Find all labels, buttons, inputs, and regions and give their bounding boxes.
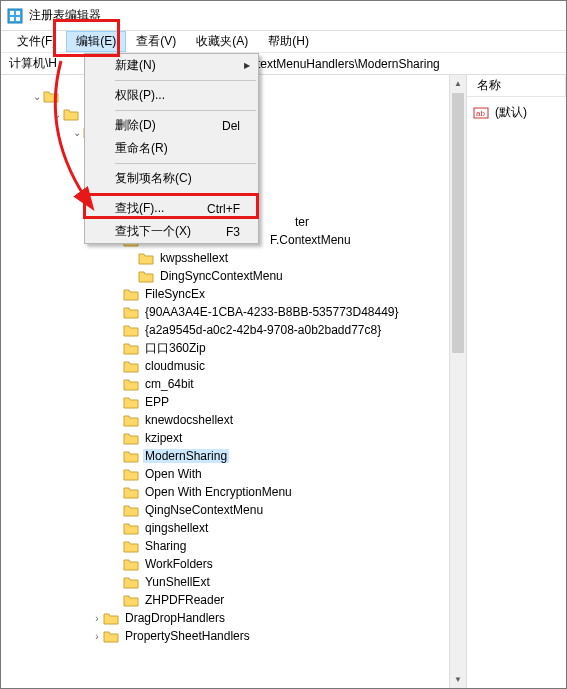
values-body[interactable]: ab (默认) [467, 97, 566, 688]
tree-node[interactable]: kwpsshellext [11, 249, 466, 267]
values-pane: 名称 ab (默认) [467, 75, 566, 688]
tree-label: {a2a9545d-a0c2-42b4-9708-a0b2badd77c8} [143, 323, 383, 337]
tree-label: EPP [143, 395, 171, 409]
scroll-down-icon[interactable]: ▼ [450, 671, 466, 688]
tree-node[interactable]: YunShellExt [11, 573, 466, 591]
tree-node[interactable]: knewdocshellext [11, 411, 466, 429]
menu-item-new-label: 新建(N) [115, 57, 240, 74]
tree-label: PropertySheetHandlers [123, 629, 252, 643]
folder-icon [103, 611, 119, 625]
expand-icon[interactable]: ⌄ [31, 91, 43, 102]
menu-item-find[interactable]: 查找(F)... Ctrl+F [85, 197, 258, 220]
tree-label: cloudmusic [143, 359, 207, 373]
address-path-tail: textMenuHandlers\ModernSharing [257, 57, 440, 71]
menu-item-find-next-label: 查找下一个(X) [115, 223, 226, 240]
tree-scrollbar[interactable]: ▲ ▼ [449, 75, 466, 688]
folder-icon [123, 521, 139, 535]
window-title: 注册表编辑器 [29, 7, 101, 24]
menu-item-rename[interactable]: 重命名(R) [85, 137, 258, 160]
menu-file[interactable]: 文件(F) [7, 31, 66, 52]
folder-icon [123, 557, 139, 571]
svg-rect-1 [10, 11, 14, 15]
tree-label: WorkFolders [143, 557, 215, 571]
tree-label: FileSyncEx [143, 287, 207, 301]
menu-edit[interactable]: 编辑(E) [66, 31, 126, 52]
edit-menu-dropdown: 新建(N) 权限(P)... 删除(D) Del 重命名(R) 复制项名称(C)… [84, 53, 259, 244]
tree-label: QingNseContextMenu [143, 503, 265, 517]
tree-node[interactable]: {a2a9545d-a0c2-42b4-9708-a0b2badd77c8} [11, 321, 466, 339]
address-prefix: 计算机\H [9, 55, 57, 72]
scroll-up-icon[interactable]: ▲ [450, 75, 466, 92]
tree-node[interactable]: cm_64bit [11, 375, 466, 393]
menu-item-copy-key-name[interactable]: 复制项名称(C) [85, 167, 258, 190]
menu-item-find-label: 查找(F)... [115, 200, 207, 217]
folder-icon [123, 323, 139, 337]
tree-node[interactable]: ZHPDFReader [11, 591, 466, 609]
tree-node[interactable]: DingSyncContextMenu [11, 267, 466, 285]
menu-item-find-shortcut: Ctrl+F [207, 202, 240, 216]
tree-label: ter [293, 215, 311, 229]
tree-node[interactable]: FileSyncEx [11, 285, 466, 303]
menu-item-new[interactable]: 新建(N) [85, 54, 258, 77]
folder-icon [123, 467, 139, 481]
menu-separator [115, 163, 256, 164]
folder-icon [138, 251, 154, 265]
tree-node[interactable]: Sharing [11, 537, 466, 555]
tree-node-selected[interactable]: ModernSharing [11, 447, 466, 465]
tree-node[interactable]: cloudmusic [11, 357, 466, 375]
folder-icon [123, 593, 139, 607]
column-name[interactable]: 名称 [467, 74, 566, 97]
tree-node[interactable]: ›DragDropHandlers [11, 609, 466, 627]
menubar: 文件(F) 编辑(E) 查看(V) 收藏夹(A) 帮助(H) [1, 31, 566, 53]
tree-label: Open With EncryptionMenu [143, 485, 294, 499]
tree-node[interactable]: QingNseContextMenu [11, 501, 466, 519]
tree-node[interactable]: EPP [11, 393, 466, 411]
tree-label: ZHPDFReader [143, 593, 226, 607]
folder-icon [123, 287, 139, 301]
menu-item-find-next-shortcut: F3 [226, 225, 240, 239]
menu-item-delete[interactable]: 删除(D) Del [85, 114, 258, 137]
tree-node[interactable]: 口口360Zip [11, 339, 466, 357]
tree-label: knewdocshellext [143, 413, 235, 427]
menu-item-permissions[interactable]: 权限(P)... [85, 84, 258, 107]
tree-label: {90AA3A4E-1CBA-4233-B8BB-535773D48449} [143, 305, 401, 319]
tree-node[interactable]: kzipext [11, 429, 466, 447]
expand-icon[interactable]: ⌄ [71, 127, 83, 138]
menu-help[interactable]: 帮助(H) [258, 31, 319, 52]
folder-icon [43, 89, 59, 103]
expand-icon[interactable]: › [91, 631, 103, 642]
menu-item-permissions-label: 权限(P)... [115, 87, 240, 104]
expand-icon[interactable]: › [91, 613, 103, 624]
tree-label: DingSyncContextMenu [158, 269, 285, 283]
folder-icon [63, 107, 79, 121]
tree-label: cm_64bit [143, 377, 196, 391]
menu-favorites[interactable]: 收藏夹(A) [186, 31, 258, 52]
svg-text:ab: ab [476, 109, 485, 118]
menu-item-delete-shortcut: Del [222, 119, 240, 133]
folder-icon [138, 269, 154, 283]
menu-separator [115, 80, 256, 81]
tree-node[interactable]: WorkFolders [11, 555, 466, 573]
menu-view[interactable]: 查看(V) [126, 31, 186, 52]
tree-label: Open With [143, 467, 204, 481]
expand-icon[interactable]: ⌄ [51, 109, 63, 120]
menu-item-find-next[interactable]: 查找下一个(X) F3 [85, 220, 258, 243]
titlebar: 注册表编辑器 [1, 1, 566, 31]
tree-node[interactable]: Open With [11, 465, 466, 483]
tree-node[interactable]: ›PropertySheetHandlers [11, 627, 466, 645]
tree-node[interactable]: qingshellext [11, 519, 466, 537]
folder-icon [123, 449, 139, 463]
folder-icon [123, 503, 139, 517]
tree-node[interactable]: Open With EncryptionMenu [11, 483, 466, 501]
menu-item-copy-key-name-label: 复制项名称(C) [115, 170, 240, 187]
tree-node[interactable]: {90AA3A4E-1CBA-4233-B8BB-535773D48449} [11, 303, 466, 321]
tree-label: DragDropHandlers [123, 611, 227, 625]
value-name: (默认) [495, 104, 527, 121]
tree-label: Sharing [143, 539, 188, 553]
values-header[interactable]: 名称 [467, 75, 566, 97]
scroll-thumb[interactable] [452, 93, 464, 353]
folder-icon [123, 395, 139, 409]
value-row[interactable]: ab (默认) [471, 103, 562, 122]
folder-icon [123, 341, 139, 355]
menu-item-rename-label: 重命名(R) [115, 140, 240, 157]
